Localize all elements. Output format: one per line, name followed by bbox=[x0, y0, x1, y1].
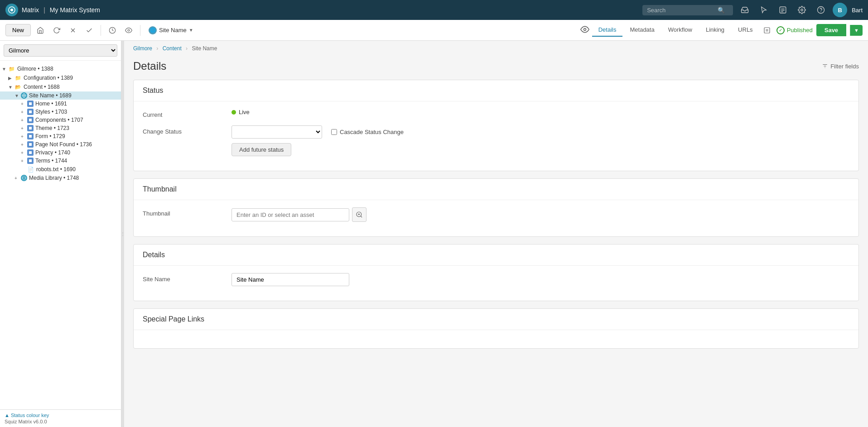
tree-toggle-theme[interactable]: + bbox=[21, 126, 27, 131]
live-text: Live bbox=[239, 109, 250, 115]
details-section: Details Site Name bbox=[133, 244, 859, 301]
divider-2 bbox=[140, 25, 140, 36]
save-dropdown-button[interactable]: ▼ bbox=[850, 25, 863, 36]
status-colour-key-label: Status colour key bbox=[11, 413, 49, 418]
tree-toggle-terms[interactable]: + bbox=[21, 158, 27, 163]
page-icon-home bbox=[27, 101, 34, 107]
folder-icon: 📁 bbox=[8, 65, 15, 72]
current-field-row: Current Live bbox=[143, 109, 849, 118]
divider-1 bbox=[101, 25, 101, 36]
tab-workflow[interactable]: Workflow bbox=[662, 24, 699, 37]
tree-item-robots[interactable]: 📄 robots.txt • 1690 bbox=[0, 165, 121, 174]
search-icon[interactable]: 🔍 bbox=[718, 7, 725, 14]
triangle-icon: ▲ bbox=[5, 413, 10, 418]
site-name-input[interactable] bbox=[231, 273, 349, 286]
tree-toggle-site-name[interactable]: ▼ bbox=[14, 93, 21, 98]
search-box[interactable]: 🔍 bbox=[642, 5, 733, 15]
tree-item-content[interactable]: ▼ 📂 Content • 1688 bbox=[0, 82, 121, 91]
toolbar-right: ✓ Published Save ▼ bbox=[776, 24, 863, 36]
tree-item-home[interactable]: + Home • 1691 bbox=[0, 100, 121, 108]
asset-picker-button[interactable] bbox=[352, 207, 366, 222]
logo-area[interactable]: Matrix | My Matrix System bbox=[5, 4, 100, 16]
gear-icon[interactable] bbox=[795, 3, 809, 17]
tab-settings-icon[interactable] bbox=[760, 24, 774, 37]
status-select[interactable]: Live Under Construction Archived bbox=[231, 125, 322, 139]
new-button[interactable]: New bbox=[5, 24, 31, 36]
tree-label-privacy: Privacy • 1740 bbox=[35, 149, 70, 156]
tree-toggle-gilmore[interactable]: ▼ bbox=[2, 67, 8, 72]
tab-linking[interactable]: Linking bbox=[699, 24, 731, 37]
change-status-row: Live Under Construction Archived Cascade… bbox=[231, 125, 849, 139]
list-icon[interactable] bbox=[776, 3, 790, 17]
tree-toggle-media-library[interactable]: + bbox=[14, 176, 21, 181]
tab-metadata[interactable]: Metadata bbox=[623, 24, 661, 37]
tree-label-home: Home • 1691 bbox=[35, 101, 67, 107]
breadcrumb-content[interactable]: Content bbox=[163, 45, 182, 52]
thumbnail-asset-input[interactable] bbox=[231, 208, 349, 221]
tree-item-page-not-found[interactable]: + Page Not Found • 1736 bbox=[0, 140, 121, 149]
tab-urls[interactable]: URLs bbox=[732, 24, 759, 37]
cascade-status-checkbox[interactable] bbox=[331, 129, 337, 135]
sidebar-filter[interactable]: Gilmore bbox=[0, 41, 121, 61]
tree-item-privacy[interactable]: + Privacy • 1740 bbox=[0, 149, 121, 157]
sidebar-filter-select[interactable]: Gilmore bbox=[4, 44, 117, 57]
thumbnail-section-header: Thumbnail bbox=[134, 179, 858, 200]
file-icon-robots: 📄 bbox=[27, 166, 34, 173]
tree-item-site-name[interactable]: ▼ Site Name • 1689 bbox=[0, 91, 121, 100]
tree-toggle-components[interactable]: + bbox=[21, 118, 27, 123]
tree-toggle-form[interactable]: + bbox=[21, 134, 27, 139]
tree-label-robots: robots.txt • 1690 bbox=[36, 166, 76, 173]
user-avatar[interactable]: B bbox=[833, 3, 847, 17]
thumbnail-label: Thumbnail bbox=[143, 207, 224, 217]
tree-item-styles[interactable]: + Styles • 1703 bbox=[0, 108, 121, 116]
cascade-check-label[interactable]: Cascade Status Change bbox=[331, 129, 404, 135]
breadcrumb-gilmore[interactable]: Gilmore bbox=[133, 45, 152, 52]
eye-icon[interactable] bbox=[580, 25, 589, 36]
svg-point-7 bbox=[818, 7, 825, 14]
tree-item-terms[interactable]: + Terms • 1744 bbox=[0, 157, 121, 165]
live-dot bbox=[231, 110, 236, 115]
page-title-area: Details Filter fields bbox=[124, 56, 868, 80]
site-name-input-value bbox=[231, 273, 849, 286]
svg-rect-22 bbox=[29, 127, 32, 130]
tree-item-theme[interactable]: + Theme • 1723 bbox=[0, 124, 121, 132]
tree-toggle-home[interactable]: + bbox=[21, 101, 27, 106]
help-icon[interactable] bbox=[814, 3, 828, 17]
tree-item-form[interactable]: + Form • 1729 bbox=[0, 132, 121, 140]
tree-toggle-privacy[interactable]: + bbox=[21, 150, 27, 155]
tree-toggle-content[interactable]: ▼ bbox=[8, 85, 14, 90]
refresh-icon[interactable] bbox=[50, 24, 63, 37]
tree-item-gilmore[interactable]: ▼ 📁 Gilmore • 1388 bbox=[0, 64, 121, 73]
filter-fields-button[interactable]: Filter fields bbox=[822, 63, 859, 70]
status-colour-key[interactable]: ▲ Status colour key bbox=[5, 413, 116, 418]
tree-label-terms: Terms • 1744 bbox=[35, 158, 67, 164]
svg-rect-2 bbox=[780, 7, 786, 13]
site-name-dropdown[interactable]: 🌐 Site Name ▼ bbox=[145, 24, 197, 36]
svg-point-13 bbox=[583, 28, 586, 30]
tree-toggle-page-not-found[interactable]: + bbox=[21, 142, 27, 147]
preview-icon[interactable] bbox=[122, 24, 135, 37]
tree-item-media-library[interactable]: + Media Library • 1748 bbox=[0, 174, 121, 182]
tree-toggle-configuration[interactable]: ▶ bbox=[8, 76, 14, 81]
add-future-status-button[interactable]: Add future status bbox=[231, 143, 291, 156]
thumbnail-value bbox=[231, 207, 849, 222]
tree-label-components: Components • 1707 bbox=[35, 117, 83, 123]
check-icon[interactable] bbox=[82, 24, 96, 37]
tab-details[interactable]: Details bbox=[592, 24, 623, 37]
site-name-label: Site Name bbox=[159, 27, 187, 34]
status-section-header: Status bbox=[134, 80, 858, 101]
search-input[interactable] bbox=[647, 7, 715, 14]
cursor-icon[interactable] bbox=[757, 3, 771, 17]
close-icon[interactable] bbox=[66, 24, 80, 37]
breadcrumb-sep-1: › bbox=[156, 45, 158, 52]
history-icon[interactable] bbox=[106, 24, 119, 37]
tree-toggle-styles[interactable]: + bbox=[21, 110, 27, 115]
tree-item-configuration[interactable]: ▶ 📁 Configuration • 1389 bbox=[0, 73, 121, 82]
published-label: Published bbox=[787, 27, 813, 34]
tree-item-components[interactable]: + Components • 1707 bbox=[0, 116, 121, 124]
globe-icon-media bbox=[21, 175, 27, 181]
save-button[interactable]: Save bbox=[816, 24, 846, 36]
user-name: Bart bbox=[852, 7, 863, 14]
home-icon[interactable] bbox=[34, 24, 47, 37]
inbox-icon[interactable] bbox=[738, 3, 752, 17]
